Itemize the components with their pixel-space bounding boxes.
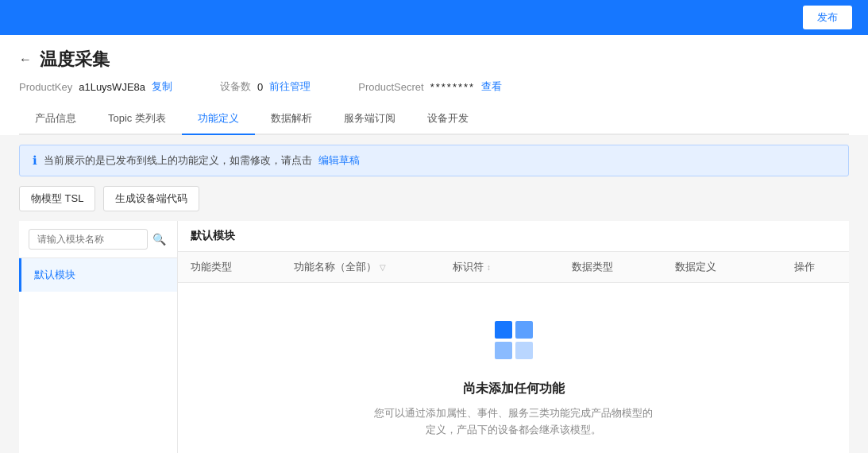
table-header: 功能类型 功能名称（全部） ▽ 标识符 ↕ 数据类型 数据定义 操作: [178, 252, 849, 283]
col-data-type: 数据类型: [559, 260, 662, 274]
sidebar: 🔍 默认模块: [19, 221, 178, 453]
col-func-name: 功能名称（全部） ▽: [281, 260, 440, 274]
svg-rect-0: [495, 321, 512, 339]
product-key-label: ProductKey: [19, 81, 72, 93]
svg-rect-2: [495, 342, 512, 359]
toolbar-row: 物模型 TSL 生成设备端代码: [19, 186, 849, 211]
col-func-type: 功能类型: [178, 260, 281, 274]
empty-title: 尚未添加任何功能: [463, 381, 565, 397]
main-layout: 🔍 默认模块 默认模块 功能类型 功能名称（全部） ▽ 标识符 ↕: [19, 221, 849, 453]
svg-rect-1: [515, 321, 533, 339]
product-secret-item: ProductSecret ******** 查看: [358, 79, 502, 94]
page-container: ← 温度采集 ProductKey a1LuysWJE8a 复制 设备数 0 前…: [0, 35, 868, 135]
col-data-def: 数据定义: [662, 260, 781, 274]
empty-desc: 您可以通过添加属性、事件、服务三类功能完成产品物模型的定义，产品下的设备都会继承…: [371, 405, 657, 439]
manage-link[interactable]: 前往管理: [269, 79, 311, 94]
search-input[interactable]: [29, 229, 148, 250]
table-area: 默认模块 功能类型 功能名称（全部） ▽ 标识符 ↕ 数据类型 数据: [178, 221, 849, 453]
tsl-button[interactable]: 物模型 TSL: [19, 186, 95, 211]
copy-link[interactable]: 复制: [152, 79, 172, 94]
tab-device-dev[interactable]: 设备开发: [411, 103, 484, 135]
info-icon: ℹ: [33, 153, 37, 168]
device-count-value: 0: [257, 81, 263, 93]
tab-function-def[interactable]: 功能定义: [182, 103, 255, 135]
breadcrumb-row: ← 温度采集: [19, 48, 849, 72]
tab-product-info[interactable]: 产品信息: [19, 103, 92, 135]
edit-draft-link[interactable]: 编辑草稿: [318, 153, 360, 168]
product-key-value: a1LuysWJE8a: [79, 81, 145, 93]
sidebar-item-default-module[interactable]: 默认模块: [19, 258, 177, 292]
info-banner-text: 当前展示的是已发布到线上的功能定义，如需修改，请点击: [44, 153, 312, 168]
col-identifier: 标识符 ↕: [440, 260, 559, 274]
meta-row: ProductKey a1LuysWJE8a 复制 设备数 0 前往管理 Pro…: [19, 79, 849, 94]
search-box: 🔍: [19, 221, 177, 258]
product-key-item: ProductKey a1LuysWJE8a 复制: [19, 79, 172, 94]
sort-icon-identifier[interactable]: ↕: [487, 263, 491, 272]
tab-data-analysis[interactable]: 数据解析: [255, 103, 328, 135]
tab-topic-list[interactable]: Topic 类列表: [92, 103, 182, 135]
search-icon[interactable]: 🔍: [152, 233, 166, 246]
product-secret-label: ProductSecret: [358, 81, 423, 93]
tabs-row: 产品信息 Topic 类列表 功能定义 数据解析 服务端订阅 设备开发: [19, 103, 849, 135]
module-title: 默认模块: [178, 221, 849, 252]
device-count-label: 设备数: [220, 79, 251, 94]
filter-icon-func-name[interactable]: ▽: [380, 263, 386, 272]
empty-state: 尚未添加任何功能 您可以通过添加属性、事件、服务三类功能完成产品物模型的定义，产…: [178, 283, 849, 453]
svg-rect-3: [515, 342, 533, 359]
product-secret-value: ********: [430, 81, 475, 93]
header-bar: 发布: [0, 0, 868, 35]
empty-cube-icon: [488, 315, 539, 368]
tab-service-subscribe[interactable]: 服务端订阅: [328, 103, 411, 135]
page-title: 温度采集: [40, 48, 110, 72]
device-count-item: 设备数 0 前往管理: [220, 79, 311, 94]
info-banner: ℹ 当前展示的是已发布到线上的功能定义，如需修改，请点击 编辑草稿: [19, 145, 849, 176]
gen-code-button[interactable]: 生成设备端代码: [103, 186, 199, 211]
back-arrow-icon[interactable]: ←: [19, 52, 32, 67]
content-wrapper: ℹ 当前展示的是已发布到线上的功能定义，如需修改，请点击 编辑草稿 物模型 TS…: [0, 145, 868, 453]
publish-button[interactable]: 发布: [803, 6, 852, 29]
view-link[interactable]: 查看: [481, 79, 502, 94]
col-operation: 操作: [781, 260, 845, 274]
